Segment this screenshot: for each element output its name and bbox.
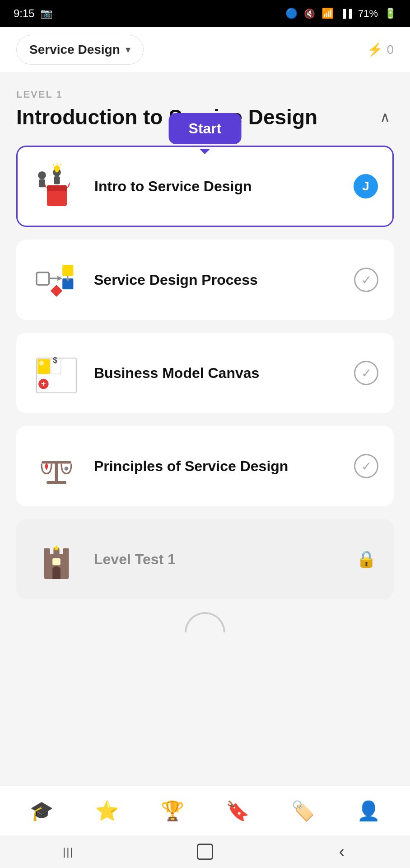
avatar-badge: J — [354, 174, 378, 198]
bookmarks-icon: 🔖 — [226, 800, 249, 822]
lesson-card-canvas[interactable]: $ + Business Model Canvas ✓ — [16, 333, 394, 413]
lesson-card-left-principles: Principles of Service Design — [32, 441, 354, 491]
lesson-card-process[interactable]: Service Design Process ✓ — [16, 240, 394, 320]
lesson-item-canvas: $ + Business Model Canvas ✓ — [16, 333, 394, 413]
tags-icon: 🏷️ — [291, 800, 315, 822]
svg-marker-13 — [57, 276, 62, 281]
lesson-item-intro: Start — [16, 146, 394, 227]
lesson-icon-process — [32, 255, 81, 305]
lesson-icon-canvas: $ + — [32, 348, 81, 398]
svg-rect-11 — [37, 273, 49, 285]
wifi-icon: 📶 — [321, 8, 334, 19]
signal-icon: ▐▐ — [340, 9, 352, 19]
menu-icon: ||| — [63, 845, 74, 858]
nav-item-tags[interactable]: 🏷️ — [276, 793, 330, 829]
lesson-icon-principles — [32, 441, 81, 491]
lesson-card-left-test: Level Test 1 — [32, 534, 354, 584]
nav-item-leaderboard[interactable]: 🏆 — [145, 793, 200, 829]
lock-icon: 🔒 — [356, 550, 377, 569]
lesson-icon-test — [32, 534, 81, 584]
status-bar: 9:15 📷 🔵 🔇 📶 ▐▐ 71% 🔋 — [0, 0, 410, 27]
lesson-card-left: Intro to Service Design — [32, 161, 354, 211]
battery-icon: 🔋 — [384, 8, 396, 19]
lesson-status-intro: J — [354, 174, 378, 198]
lightning-icon: ⚡ — [367, 42, 383, 57]
svg-point-30 — [65, 467, 69, 471]
lesson-card-left-process: Service Design Process — [32, 255, 354, 305]
android-home-button[interactable] — [187, 840, 223, 863]
svg-rect-7 — [56, 170, 59, 172]
lesson-status-process: ✓ — [354, 268, 378, 292]
svg-rect-3 — [39, 179, 45, 188]
lesson-status-principles: ✓ — [354, 454, 378, 478]
lesson-item-test: Level Test 1 🔒 — [16, 519, 394, 599]
nav-item-profile[interactable]: 👤 — [341, 793, 396, 829]
home-icon: 🎓 — [30, 800, 53, 822]
svg-rect-32 — [44, 548, 50, 557]
lesson-item-principles: Principles of Service Design ✓ — [16, 426, 394, 506]
status-bar-right: 🔵 🔇 📶 ▐▐ 71% 🔋 — [285, 8, 396, 19]
course-label: Service Design — [29, 42, 120, 57]
bottom-nav: 🎓 ⭐ 🏆 🔖 🏷️ 👤 — [0, 786, 410, 835]
svg-rect-35 — [52, 558, 61, 565]
nav-item-bookmarks[interactable]: 🔖 — [210, 793, 265, 829]
lesson-status-test: 🔒 — [354, 547, 378, 571]
battery-text: 71% — [358, 8, 378, 19]
start-tooltip: Start — [169, 113, 242, 144]
lesson-status-canvas: ✓ — [354, 361, 378, 385]
back-chevron-icon: ‹ — [339, 842, 345, 861]
check-circle-principles: ✓ — [354, 454, 378, 478]
collapse-button[interactable]: ∧ — [376, 105, 394, 129]
status-bar-left: 9:15 📷 — [14, 7, 52, 20]
profile-icon: 👤 — [357, 800, 380, 822]
camera-icon: 📷 — [40, 8, 52, 19]
status-time: 9:15 — [14, 7, 35, 20]
svg-text:$: $ — [53, 356, 57, 365]
svg-rect-29 — [42, 461, 71, 464]
mute-icon: 🔇 — [304, 8, 315, 19]
svg-rect-14 — [62, 265, 73, 276]
lesson-card-principles[interactable]: Principles of Service Design ✓ — [16, 426, 394, 506]
lesson-card-test[interactable]: Level Test 1 🔒 — [16, 519, 394, 599]
bluetooth-icon: 🔵 — [285, 8, 298, 19]
level-label: LEVEL 1 — [16, 89, 394, 100]
lesson-title-test: Level Test 1 — [94, 551, 176, 568]
top-header: Service Design ▾ ⚡ 0 — [0, 27, 410, 72]
lesson-item-process: Service Design Process ✓ — [16, 240, 394, 320]
lesson-title-principles: Principles of Service Design — [94, 458, 288, 475]
lesson-card-left-canvas: $ + Business Model Canvas — [32, 348, 354, 398]
svg-rect-20 — [37, 359, 50, 374]
course-dropdown[interactable]: Service Design ▾ — [16, 35, 144, 65]
lesson-title-process: Service Design Process — [94, 272, 258, 288]
check-circle-process: ✓ — [354, 268, 378, 292]
android-menu-button[interactable]: ||| — [50, 840, 86, 863]
lightning-area: ⚡ 0 — [367, 42, 394, 57]
svg-rect-5 — [54, 176, 60, 184]
svg-point-2 — [38, 171, 46, 179]
svg-rect-27 — [55, 461, 58, 484]
svg-point-24 — [39, 361, 44, 366]
android-nav: ||| ‹ — [0, 835, 410, 868]
achievements-icon: ⭐ — [95, 800, 119, 822]
lesson-card-intro[interactable]: Intro to Service Design J — [16, 146, 394, 227]
lesson-title-canvas: Business Model Canvas — [94, 365, 259, 382]
content-area: LEVEL 1 Introduction to Service Design ∧… — [0, 72, 410, 632]
nav-item-home[interactable]: 🎓 — [14, 793, 69, 829]
home-square-icon — [197, 844, 213, 860]
lesson-title-intro: Intro to Service Design — [94, 178, 252, 195]
partial-circle — [185, 612, 225, 632]
check-circle-canvas: ✓ — [354, 361, 378, 385]
svg-rect-1 — [47, 185, 67, 191]
lightning-count: 0 — [387, 42, 394, 57]
nav-item-achievements[interactable]: ⭐ — [80, 793, 134, 829]
android-back-button[interactable]: ‹ — [324, 840, 360, 863]
svg-marker-16 — [51, 285, 62, 297]
leaderboard-icon: 🏆 — [161, 800, 184, 822]
svg-rect-28 — [47, 481, 66, 484]
svg-rect-34 — [63, 548, 69, 557]
svg-text:+: + — [41, 379, 46, 388]
partial-icon-area — [16, 612, 394, 632]
svg-line-10 — [53, 165, 54, 165]
svg-line-9 — [60, 165, 61, 165]
svg-rect-0 — [47, 189, 67, 207]
